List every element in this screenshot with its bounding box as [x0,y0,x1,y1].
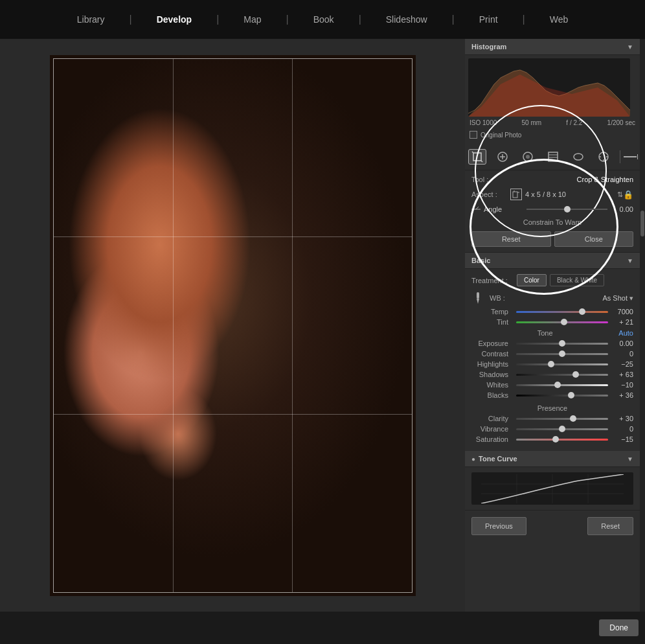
clarity-slider[interactable] [516,418,608,420]
vibrance-slider-row: Vibrance 0 [471,425,633,433]
temp-label: Temp [471,308,514,316]
original-photo-label: Original Photo [481,132,521,139]
histogram-header[interactable]: Histogram ▼ [465,39,640,55]
panel-scrollbar[interactable] [640,39,645,612]
photo-background [50,55,416,596]
wb-eyedropper[interactable] [471,292,484,305]
contrast-slider[interactable] [516,353,608,355]
clarity-label: Clarity [471,415,514,422]
saturation-value: −15 [611,435,633,443]
crop-grid-h1 [54,236,412,237]
nav-develop[interactable]: Develop [152,12,197,27]
tint-slider-row: Tint + 21 [471,318,633,326]
tone-curve-svg [481,474,624,503]
temp-thumb [579,308,585,315]
whites-value: −10 [611,381,633,389]
nav-web[interactable]: Web [545,12,574,27]
whites-thumb [554,382,561,388]
focal-value: 50 mm [522,119,542,126]
contrast-value: 0 [611,350,633,358]
nav-book[interactable]: Book [308,12,339,27]
nav-sep-4: | [359,14,361,25]
exposure-label: Exposure [471,339,514,347]
histogram-svg [468,58,630,117]
original-photo-row: Original Photo [468,129,637,141]
right-section: Histogram ▼ [465,39,645,612]
svg-line-3 [472,152,473,153]
histogram-canvas [468,58,630,117]
svg-marker-1 [468,75,630,117]
svg-rect-19 [513,192,517,198]
tone-curve-dot: ● [471,455,475,463]
highlights-label: Highlights [471,360,514,368]
radial-tool-icon[interactable] [569,149,587,165]
tool-label: Tool : [471,176,501,183]
histogram-arrow: ▼ [627,43,633,51]
clarity-thumb [570,415,576,422]
tone-curve-arrow: ▼ [627,455,633,463]
wb-arrow: ▾ [629,294,633,303]
whites-slider[interactable] [516,384,608,386]
clarity-value: + 30 [611,415,633,422]
exposure-slider[interactable] [516,343,608,345]
tint-slider[interactable] [516,321,608,323]
nav-library[interactable]: Library [72,12,110,27]
contrast-thumb [559,351,565,357]
crop-tool-row: Tool : Crop & Straighten [471,176,633,183]
blacks-slider[interactable] [516,395,608,397]
reset-panel-button[interactable]: Reset [587,517,633,535]
tone-curve-header[interactable]: ● Tone Curve ▼ [465,451,640,467]
bottom-panel-buttons: Previous Reset [465,510,640,542]
nav-sep-2: | [216,14,219,25]
auto-button[interactable]: Auto [618,329,633,337]
svg-rect-2 [473,153,481,161]
color-treatment-btn[interactable]: Color [517,274,547,286]
histogram-section: ISO 1000 50 mm f / 2.2 1/200 sec Origina… [465,55,640,144]
original-photo-checkbox[interactable] [470,131,477,139]
iso-value: ISO 1000 [470,119,497,126]
bw-treatment-btn[interactable]: Black & White [550,274,604,286]
shadows-label: Shadows [471,371,514,378]
tint-label: Tint [471,318,514,326]
tone-curve-section [465,467,640,510]
nav-print[interactable]: Print [474,12,503,27]
shutter-value: 1/200 sec [607,119,635,126]
whites-slider-row: Whites −10 [471,381,633,389]
shadows-slider[interactable] [516,374,608,376]
crop-tool-icon[interactable] [468,149,486,165]
graduated-tool-icon[interactable] [544,149,562,165]
scrollbar-thumb[interactable] [640,211,644,236]
angle-thumb [564,206,571,213]
tool-strip [465,144,640,170]
adjustment-tool-icon[interactable] [594,149,613,165]
aspect-dropdown[interactable]: 4 x 5 / 8 x 10 ⇅ [525,190,623,199]
basic-panel-header[interactable]: Basic ▼ [465,253,640,269]
temp-slider[interactable] [516,311,608,313]
saturation-slider[interactable] [516,439,608,441]
wb-dropdown[interactable]: As Shot [510,294,628,302]
previous-button[interactable]: Previous [471,517,526,535]
aspect-spinner[interactable]: ⇅ [617,190,623,199]
lock-icon[interactable]: 🔒 [623,190,633,200]
crop-grid-v2 [292,59,293,592]
heal-tool-icon[interactable] [493,149,512,165]
reset-crop-button[interactable]: Reset [471,231,551,247]
tone-curve-title: Tone Curve [479,455,517,463]
highlights-slider[interactable] [516,363,608,365]
saturation-thumb [552,436,559,443]
crop-overlay[interactable] [53,58,413,593]
done-button[interactable]: Done [599,619,639,636]
blacks-value: + 36 [611,391,633,399]
nav-slideshow[interactable]: Slideshow [381,12,433,27]
nav-map[interactable]: Map [238,12,266,27]
basic-panel-content: Treatment : Color Black & White WB : As … [465,269,640,451]
crop-grid-h2 [54,414,412,415]
redeye-tool-icon[interactable] [519,149,537,165]
vibrance-slider[interactable] [516,428,608,430]
close-crop-button[interactable]: Close [554,231,634,247]
angle-value: 0.00 [611,205,633,213]
angle-slider[interactable] [526,209,607,210]
tint-thumb [561,319,567,325]
aperture-value: f / 2.2 [566,119,582,126]
basic-title: Basic [471,257,490,264]
